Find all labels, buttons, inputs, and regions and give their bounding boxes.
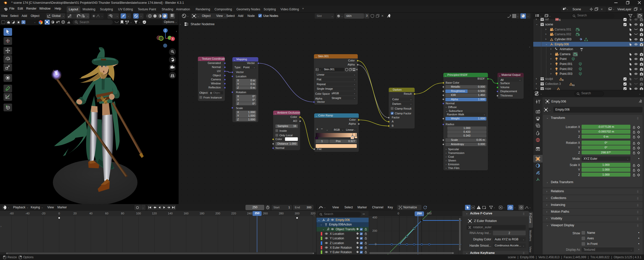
svg-text:Z: Z: [165, 29, 166, 32]
svg-text:X: X: [172, 38, 174, 40]
